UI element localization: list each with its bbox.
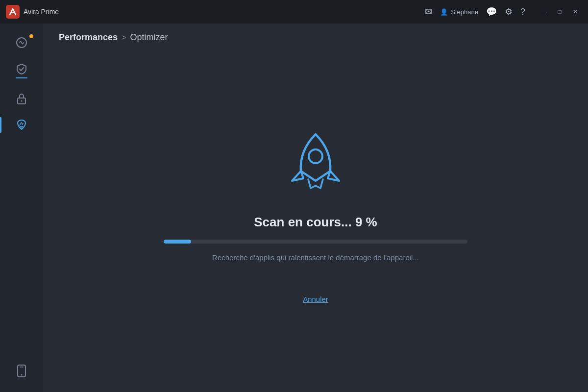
svg-point-3 [21, 100, 23, 102]
help-icon[interactable]: ? [520, 7, 525, 17]
close-button[interactable]: ✕ [568, 5, 582, 19]
breadcrumb-separator: > [122, 33, 126, 42]
maximize-button[interactable]: □ [553, 5, 566, 19]
app-logo: Avira Prime [6, 5, 59, 19]
sidebar [0, 24, 43, 392]
sidebar-item-scan[interactable] [0, 29, 43, 56]
avira-logo-icon [6, 5, 20, 19]
sidebar-item-protection[interactable] [0, 56, 43, 85]
content-area: Performances > Optimizer Scan en cours..… [43, 24, 588, 392]
user-icon: 👤 [440, 8, 448, 16]
cancel-button[interactable]: Annuler [295, 291, 336, 307]
sidebar-item-mobile[interactable] [16, 358, 27, 384]
scan-title: Scan en cours... 9 % [254, 215, 377, 230]
sidebar-item-privacy[interactable] [0, 85, 43, 112]
breadcrumb-parent[interactable]: Performances [59, 32, 118, 43]
privacy-icon [15, 92, 28, 105]
performance-icon [15, 119, 28, 131]
svg-point-6 [309, 149, 322, 163]
scan-content: Scan en cours... 9 % Recherche d'applis … [43, 49, 588, 392]
user-menu[interactable]: 👤 Stephane [440, 8, 478, 16]
breadcrumb: Performances > Optimizer [43, 24, 588, 49]
progress-bar-container [164, 240, 467, 244]
settings-icon[interactable]: ⚙ [505, 6, 513, 17]
scan-description: Recherche d'applis qui ralentissent le d… [212, 253, 419, 262]
sidebar-item-performance[interactable] [0, 112, 43, 138]
minimize-button[interactable]: — [537, 5, 551, 19]
window-controls: — □ ✕ [537, 5, 582, 19]
mail-icon[interactable]: ✉ [425, 6, 432, 17]
user-name: Stephane [451, 8, 478, 16]
chat-icon[interactable]: 💬 [486, 6, 497, 17]
titlebar: Avira Prime ✉ 👤 Stephane 💬 ⚙ ? — □ ✕ [0, 0, 588, 24]
rocket-illustration [276, 124, 355, 203]
app-name: Avira Prime [24, 8, 59, 16]
progress-bar-fill [164, 240, 191, 244]
svg-rect-0 [6, 5, 20, 19]
sidebar-bottom [16, 358, 27, 384]
scan-icon [15, 36, 28, 49]
svg-point-5 [21, 374, 23, 376]
breadcrumb-current: Optimizer [130, 32, 168, 43]
titlebar-actions: ✉ 👤 Stephane 💬 ⚙ ? — □ ✕ [425, 5, 582, 19]
protection-icon [15, 63, 28, 75]
mobile-icon [16, 365, 27, 377]
main-layout: Performances > Optimizer Scan en cours..… [0, 24, 588, 392]
